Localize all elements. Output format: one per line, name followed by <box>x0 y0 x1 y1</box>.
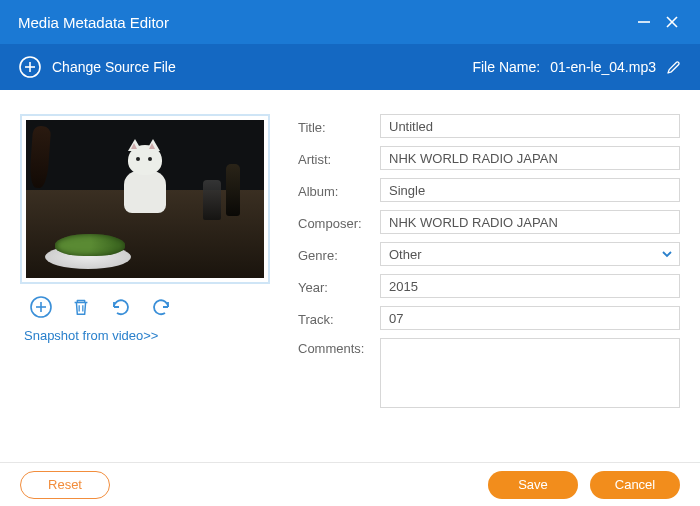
redo-button[interactable] <box>148 294 174 320</box>
album-art-image <box>26 120 264 278</box>
pencil-icon <box>666 59 682 75</box>
artist-label: Artist: <box>298 149 372 167</box>
genre-value: Other <box>389 247 422 262</box>
artwork-panel: Snapshot from video>> <box>20 114 270 452</box>
plus-circle-icon <box>18 55 42 79</box>
trash-icon <box>70 296 92 318</box>
snapshot-from-video-link[interactable]: Snapshot from video>> <box>20 328 270 343</box>
comments-textarea[interactable] <box>380 338 680 408</box>
album-input[interactable] <box>380 178 680 202</box>
change-source-file-button[interactable]: Change Source File <box>18 55 176 79</box>
artwork-toolbar <box>20 284 270 328</box>
track-input[interactable] <box>380 306 680 330</box>
filename-label: File Name: <box>472 59 540 75</box>
filename-display: File Name: 01-en-le_04.mp3 <box>472 59 682 75</box>
composer-label: Composer: <box>298 213 372 231</box>
reset-button[interactable]: Reset <box>20 471 110 499</box>
change-source-label: Change Source File <box>52 59 176 75</box>
save-button[interactable]: Save <box>488 471 578 499</box>
metadata-form: Title: Artist: Album: Composer: Genre: O… <box>298 114 680 452</box>
album-art-frame <box>20 114 270 284</box>
cancel-button[interactable]: Cancel <box>590 471 680 499</box>
album-label: Album: <box>298 181 372 199</box>
title-label: Title: <box>298 117 372 135</box>
titlebar: Media Metadata Editor <box>0 0 700 44</box>
minimize-button[interactable] <box>630 0 658 44</box>
redo-icon <box>149 295 173 319</box>
subbar: Change Source File File Name: 01-en-le_0… <box>0 44 700 90</box>
edit-filename-button[interactable] <box>666 59 682 75</box>
plus-circle-icon <box>29 295 53 319</box>
close-button[interactable] <box>658 0 686 44</box>
title-input[interactable] <box>380 114 680 138</box>
undo-icon <box>109 295 133 319</box>
undo-button[interactable] <box>108 294 134 320</box>
chevron-down-icon <box>661 248 673 260</box>
footer: Reset Save Cancel <box>0 462 700 506</box>
content-area: Snapshot from video>> Title: Artist: Alb… <box>0 90 700 462</box>
track-label: Track: <box>298 309 372 327</box>
genre-label: Genre: <box>298 245 372 263</box>
genre-select[interactable]: Other <box>380 242 680 266</box>
composer-input[interactable] <box>380 210 680 234</box>
year-label: Year: <box>298 277 372 295</box>
delete-artwork-button[interactable] <box>68 294 94 320</box>
year-input[interactable] <box>380 274 680 298</box>
app-title: Media Metadata Editor <box>18 14 630 31</box>
add-artwork-button[interactable] <box>28 294 54 320</box>
artist-input[interactable] <box>380 146 680 170</box>
filename-value: 01-en-le_04.mp3 <box>550 59 656 75</box>
comments-label: Comments: <box>298 338 372 356</box>
